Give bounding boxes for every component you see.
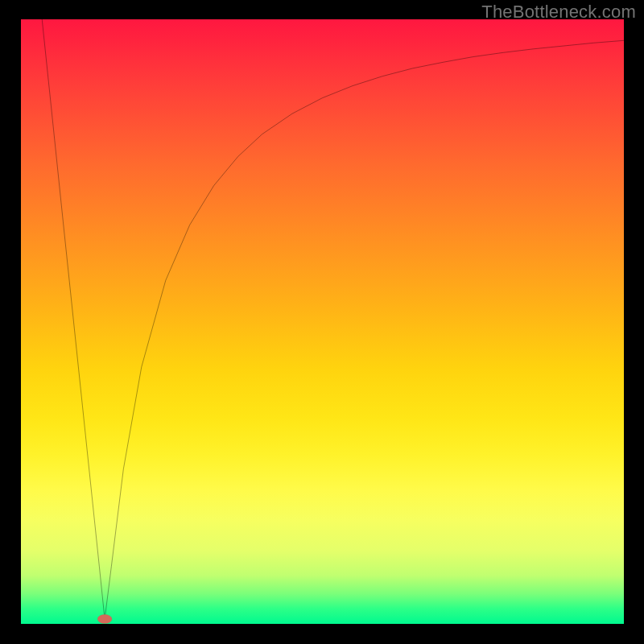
plot-area — [21, 19, 624, 624]
minimum-marker — [97, 614, 112, 623]
curve-layer — [21, 19, 624, 624]
watermark-text: TheBottleneck.com — [481, 2, 636, 23]
chart-frame: TheBottleneck.com — [0, 0, 644, 644]
bottleneck-curve — [42, 19, 624, 619]
